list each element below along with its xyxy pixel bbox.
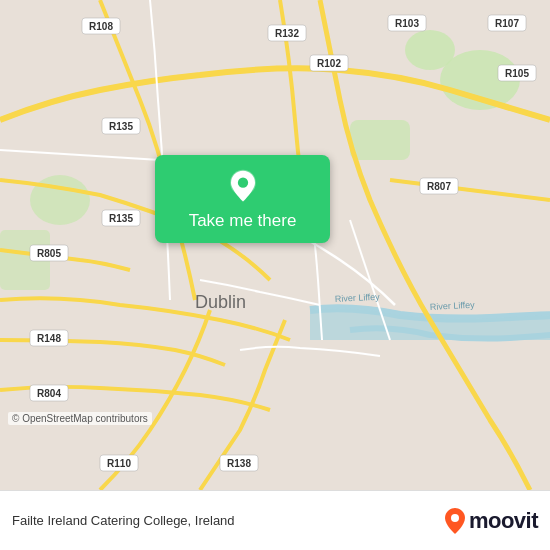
- svg-text:R105: R105: [505, 68, 529, 79]
- svg-point-2: [405, 30, 455, 70]
- svg-text:R103: R103: [395, 18, 419, 29]
- svg-text:R135: R135: [109, 121, 133, 132]
- svg-text:R138: R138: [227, 458, 251, 469]
- location-pin-icon: [225, 169, 261, 205]
- svg-point-39: [451, 514, 459, 522]
- svg-point-38: [237, 178, 247, 188]
- svg-text:R132: R132: [275, 28, 299, 39]
- svg-rect-3: [350, 120, 410, 160]
- svg-text:R805: R805: [37, 248, 61, 259]
- moovit-pin-icon: [444, 507, 466, 535]
- moovit-logo: moovit: [444, 507, 538, 535]
- button-label: Take me there: [189, 211, 297, 231]
- map-view: R108 R103 R107 R132 R102 R105 R135 R807 …: [0, 0, 550, 490]
- svg-text:R135: R135: [109, 213, 133, 224]
- svg-point-4: [30, 175, 90, 225]
- svg-text:R804: R804: [37, 388, 61, 399]
- bottom-bar: Failte Ireland Catering College, Ireland…: [0, 490, 550, 550]
- svg-text:R148: R148: [37, 333, 61, 344]
- moovit-brand-name: moovit: [469, 508, 538, 534]
- location-label: Failte Ireland Catering College, Ireland: [12, 513, 444, 528]
- osm-credit: © OpenStreetMap contributors: [8, 412, 152, 425]
- take-me-there-button[interactable]: Take me there: [155, 155, 330, 243]
- svg-text:R807: R807: [427, 181, 451, 192]
- svg-text:R110: R110: [107, 458, 131, 469]
- svg-text:R107: R107: [495, 18, 519, 29]
- svg-text:R102: R102: [317, 58, 341, 69]
- svg-text:Dublin: Dublin: [195, 292, 246, 312]
- svg-text:R108: R108: [89, 21, 113, 32]
